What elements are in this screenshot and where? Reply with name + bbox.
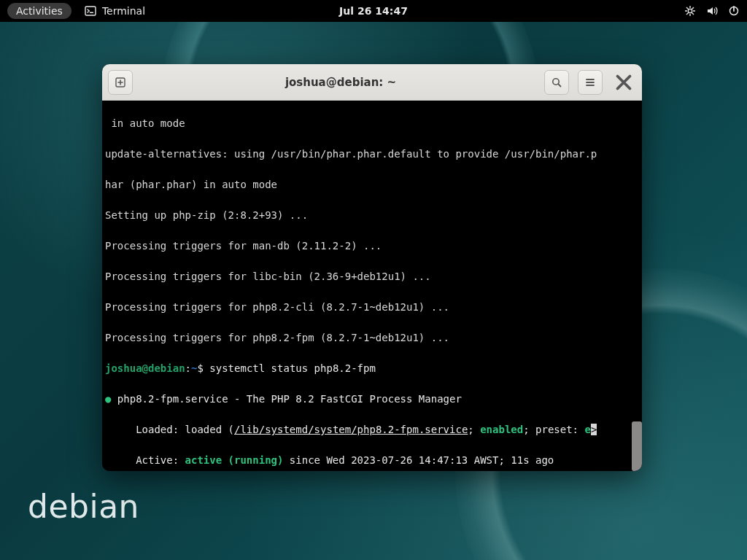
status-header: ● php8.2-fpm.service - The PHP 8.2 FastC… bbox=[105, 392, 639, 407]
hamburger-icon bbox=[584, 77, 596, 88]
status-active: Active: active (running) since Wed 2023-… bbox=[105, 453, 639, 468]
gnome-topbar: Activities Terminal Jul 26 14:47 bbox=[0, 0, 747, 22]
svg-rect-0 bbox=[85, 7, 96, 15]
term-line: Processing triggers for man-db (2.11.2-2… bbox=[105, 238, 639, 254]
app-menu[interactable]: Terminal bbox=[85, 5, 145, 17]
search-button[interactable] bbox=[544, 70, 569, 95]
terminal-window: joshua@debian: ~ in auto mode update-alt… bbox=[102, 64, 642, 471]
terminal-viewport[interactable]: in auto mode update-alternatives: using … bbox=[102, 101, 642, 471]
clock[interactable]: Jul 26 14:47 bbox=[339, 5, 408, 17]
term-line: Processing triggers for php8.2-cli (8.2.… bbox=[105, 300, 639, 315]
window-title: joshua@debian: ~ bbox=[137, 76, 544, 89]
term-line: update-alternatives: using /usr/bin/phar… bbox=[105, 147, 639, 162]
term-line: Processing triggers for php8.2-fpm (8.2.… bbox=[105, 330, 639, 346]
network-icon bbox=[684, 5, 696, 17]
system-tray[interactable] bbox=[684, 5, 740, 17]
new-tab-button[interactable] bbox=[108, 70, 133, 95]
volume-icon bbox=[706, 5, 718, 17]
term-line: Processing triggers for libc-bin (2.36-9… bbox=[105, 269, 639, 284]
window-titlebar[interactable]: joshua@debian: ~ bbox=[102, 64, 642, 101]
distro-brand: debian bbox=[28, 488, 139, 525]
term-line: Setting up php-zip (2:8.2+93) ... bbox=[105, 208, 639, 223]
search-icon bbox=[551, 77, 562, 88]
prompt-userhost: joshua@debian bbox=[105, 362, 185, 374]
close-button[interactable] bbox=[611, 70, 636, 95]
prompt-line: joshua@debian:~$ systemctl status php8.2… bbox=[105, 361, 639, 376]
term-line: har (phar.phar) in auto mode bbox=[105, 177, 639, 192]
term-line: in auto mode bbox=[105, 116, 639, 131]
new-tab-icon bbox=[115, 77, 126, 88]
typed-command: systemctl status php8.2-fpm bbox=[209, 362, 376, 374]
truncation-marker: > bbox=[591, 424, 597, 435]
app-menu-label: Terminal bbox=[102, 5, 145, 17]
svg-rect-1 bbox=[689, 9, 692, 13]
activities-button[interactable]: Activities bbox=[7, 3, 71, 19]
status-loaded: Loaded: loaded (/lib/systemd/system/php8… bbox=[105, 422, 639, 438]
terminal-icon bbox=[85, 5, 96, 17]
power-icon bbox=[728, 5, 740, 17]
terminal-scrollbar[interactable] bbox=[632, 421, 642, 471]
unit-file-path: /lib/systemd/system/php8.2-fpm.service bbox=[234, 424, 468, 435]
close-icon bbox=[611, 70, 636, 95]
menu-button[interactable] bbox=[578, 70, 603, 95]
